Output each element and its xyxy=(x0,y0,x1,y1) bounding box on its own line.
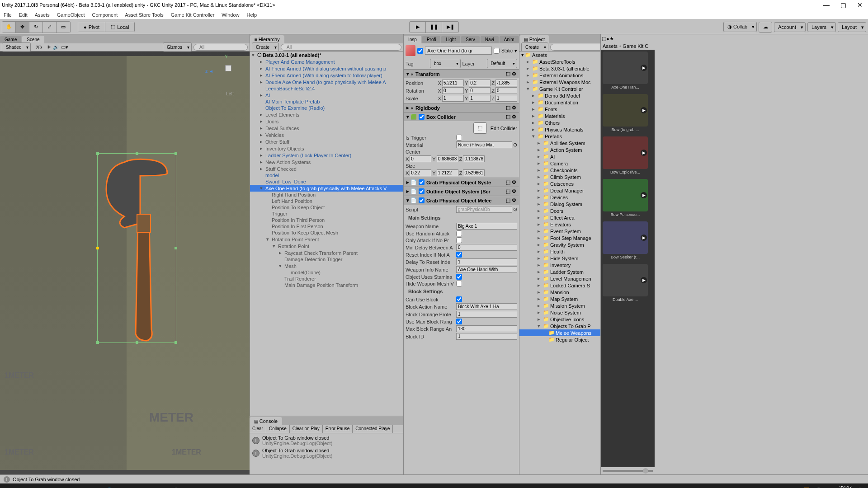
pos-z[interactable] xyxy=(495,80,517,86)
rot-y[interactable] xyxy=(469,87,491,94)
center-y[interactable] xyxy=(437,155,458,162)
tree-item[interactable]: ▸Decal Surfaces xyxy=(250,125,403,131)
menu-component[interactable]: Component xyxy=(92,12,118,18)
proj-item[interactable]: ▸📁 Foot Step Manage xyxy=(519,235,600,241)
uses-stamina-checkbox[interactable] xyxy=(456,274,462,280)
tree-item[interactable]: Position To Keep Object Mesh xyxy=(250,230,403,236)
proj-item[interactable]: ▸📁 Inventory xyxy=(519,262,600,268)
start-button[interactable]: ⊞ xyxy=(0,483,13,488)
delay-reset-input[interactable] xyxy=(456,258,517,265)
tab-services[interactable]: Serv xyxy=(461,36,480,43)
tab-lighting[interactable]: Light xyxy=(441,36,460,43)
tab-inspector[interactable]: Insp xyxy=(404,36,421,43)
tree-item[interactable]: ▸New Action Systems xyxy=(250,159,403,165)
tree-item[interactable]: ▸Raycast Check Transform Parent xyxy=(250,249,403,256)
asset-size-slider[interactable] xyxy=(643,468,648,474)
static-checkbox[interactable] xyxy=(494,48,500,54)
tree-item[interactable]: ▸AI Friend Armed (With dialog system to … xyxy=(250,72,403,79)
tree-item[interactable]: AI Main Template Prefab xyxy=(250,99,403,105)
tree-item[interactable]: ▾Rotation Point xyxy=(250,243,403,249)
tree-item[interactable]: model xyxy=(250,172,403,178)
proj-item[interactable]: ▸📁 Noise System xyxy=(519,309,600,316)
tree-item[interactable]: Trigger xyxy=(250,211,403,217)
move-tool[interactable]: ✥ xyxy=(16,22,29,33)
proj-item[interactable]: ▸📁 Health xyxy=(519,248,600,255)
tree-item[interactable]: ▸Ladder System (Lock Player In Center) xyxy=(250,152,403,159)
console-line[interactable]: ! Object To Grab window closedUnityEngin… xyxy=(250,434,402,447)
tag-dropdown[interactable]: box xyxy=(430,59,461,68)
proj-item[interactable]: ▸📁 Materials xyxy=(519,113,600,119)
proj-item[interactable]: ▸📁 Demo 3d Model xyxy=(519,92,600,99)
asset-item[interactable]: ▶Axe One Han... xyxy=(603,52,648,90)
proj-item[interactable]: ▸📁 Others xyxy=(519,119,600,126)
console-clear[interactable]: Clear xyxy=(250,425,266,433)
hierarchy-search[interactable] xyxy=(281,44,401,51)
tree-item[interactable]: ▾Axe One Hand (to grab physically with M… xyxy=(250,185,403,192)
tree-item[interactable]: ▸AI Friend Armed (With dialog system wit… xyxy=(250,65,403,72)
boxcollider-header[interactable]: ▾ 🟩 Box Collider⬚ ⚙ xyxy=(404,112,519,121)
proj-item[interactable]: ▸📁 AI xyxy=(519,153,600,160)
proj-item[interactable]: ▸📁 Beta 3.03-1 (all enable xyxy=(519,65,600,72)
menu-file[interactable]: File xyxy=(4,12,12,18)
proj-item[interactable]: ▸📁 Mansion xyxy=(519,289,600,296)
block-action-input[interactable] xyxy=(456,303,517,310)
scale-x[interactable] xyxy=(442,95,464,102)
pause-button[interactable]: ❚❚ xyxy=(426,22,442,33)
rot-x[interactable] xyxy=(442,87,464,94)
scale-y[interactable] xyxy=(469,95,491,102)
2d-toggle[interactable]: 2D xyxy=(33,44,44,51)
active-checkbox[interactable] xyxy=(417,48,423,54)
proj-item[interactable]: ▸📁 Fonts xyxy=(519,106,600,113)
rotate-tool[interactable]: ↻ xyxy=(29,22,43,33)
size-z[interactable] xyxy=(463,169,485,176)
asset-tool-3[interactable]: ★ xyxy=(609,36,614,42)
hide-mesh-checkbox[interactable] xyxy=(456,281,462,286)
project-create[interactable]: Create xyxy=(521,42,548,52)
tree-item[interactable]: ▸Stuff Checked xyxy=(250,165,403,172)
proj-assets[interactable]: ▾ 📁 Assets xyxy=(519,52,600,58)
asset-tool-2[interactable]: ● xyxy=(606,36,609,42)
tree-item[interactable]: ▸AI xyxy=(250,92,403,99)
scene-viewport[interactable]: Y z ◄ Left 1METER METER 1METER 1METER xyxy=(0,52,250,474)
size-x[interactable] xyxy=(410,169,431,176)
local-toggle[interactable]: ⬚Local xyxy=(105,22,134,32)
play-button[interactable]: ▶ xyxy=(410,22,426,33)
tree-item[interactable]: ▸Player And Game Management xyxy=(250,58,403,65)
grab-melee-header[interactable]: ▾ 📄 Grab Physical Object Melee⬚ ⚙ xyxy=(404,196,519,205)
tree-item[interactable]: Sword_Low_Done xyxy=(250,178,403,185)
console-line[interactable]: ! Object To Grab window closedUnityEngin… xyxy=(250,447,402,460)
max-block-input[interactable] xyxy=(456,325,517,332)
layout-dropdown[interactable]: Layout xyxy=(838,22,866,32)
rect-tool[interactable]: ▭ xyxy=(57,22,70,33)
task-discord[interactable]: 💬 #news - Discord xyxy=(169,483,222,488)
menu-assets[interactable]: Assets xyxy=(35,12,50,18)
proj-item[interactable]: ▸📁 Elevators xyxy=(519,221,600,228)
console-collapse[interactable]: Collapse xyxy=(266,425,290,433)
cloud-button[interactable]: ☁ xyxy=(759,22,772,33)
tree-item[interactable]: ▾Rotation Point Parent xyxy=(250,236,403,243)
menu-window[interactable]: Window xyxy=(222,12,239,18)
scale-z[interactable] xyxy=(495,95,517,102)
block-damage-input[interactable] xyxy=(456,311,517,318)
proj-item[interactable]: ▸📁 Hide System xyxy=(519,255,600,262)
weapon-info-input[interactable] xyxy=(456,266,517,273)
use-random-checkbox[interactable] xyxy=(456,230,462,236)
tree-item[interactable]: ▸Other Stuff xyxy=(250,138,403,145)
proj-item[interactable]: ▸📁 Camera xyxy=(519,160,600,167)
tree-item[interactable]: Main Damage Position Transform xyxy=(250,282,403,288)
account-dropdown[interactable]: Account xyxy=(774,22,806,32)
proj-item[interactable]: ▸📁 Devices xyxy=(519,194,600,201)
menu-help[interactable]: Help xyxy=(246,12,257,18)
task-unity[interactable]: ◈ Unity 2017.1.0f3 Per... xyxy=(222,483,287,488)
proj-item[interactable]: ▸📁 Abilities System xyxy=(519,140,600,146)
proj-item[interactable]: ▸📁 Locked Camera S xyxy=(519,282,600,289)
grab-system-header[interactable]: ▸ 📄 Grab Physical Object Syste⬚ ⚙ xyxy=(404,178,519,187)
task-descargas[interactable]: 📁 Descargas xyxy=(13,483,55,488)
tab-animation[interactable]: Anim xyxy=(500,36,519,43)
tab-console[interactable]: ▤ Console xyxy=(250,417,282,425)
tree-item[interactable]: Damage Detection Trigger xyxy=(250,256,403,263)
scene-search[interactable] xyxy=(193,44,248,51)
layers-dropdown[interactable]: Layers xyxy=(807,22,836,32)
proj-item[interactable]: ▸📁 Documentation xyxy=(519,99,600,106)
proj-item[interactable]: ▸📁 Level Managemen xyxy=(519,275,600,282)
